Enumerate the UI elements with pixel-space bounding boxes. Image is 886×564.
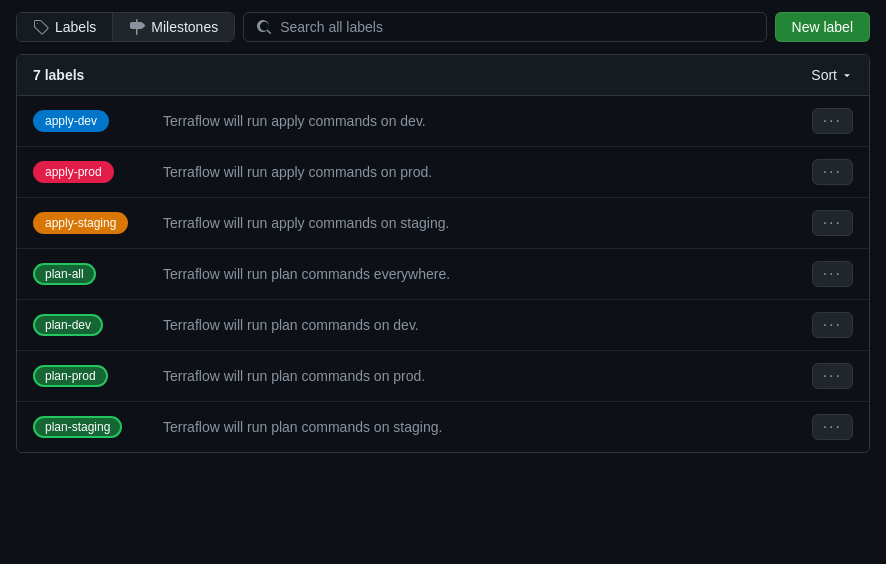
label-badge: apply-prod: [33, 161, 163, 183]
tab-labels-text: Labels: [55, 19, 96, 35]
label-description: Terraflow will run apply commands on sta…: [163, 215, 812, 231]
label-chip: plan-staging: [33, 416, 122, 438]
label-actions: ···: [812, 210, 853, 236]
new-label-button[interactable]: New label: [775, 12, 870, 42]
label-more-button[interactable]: ···: [812, 261, 853, 287]
label-badge: plan-all: [33, 263, 163, 285]
label-description: Terraflow will run plan commands on dev.: [163, 317, 812, 333]
label-more-button[interactable]: ···: [812, 159, 853, 185]
label-row: plan-staging Terraflow will run plan com…: [17, 402, 869, 452]
label-chip: apply-prod: [33, 161, 114, 183]
label-more-button[interactable]: ···: [812, 312, 853, 338]
labels-container: 7 labels Sort apply-dev Terraflow will r…: [16, 54, 870, 453]
label-more-button[interactable]: ···: [812, 210, 853, 236]
label-row: apply-staging Terraflow will run apply c…: [17, 198, 869, 249]
label-actions: ···: [812, 363, 853, 389]
label-badge: apply-staging: [33, 212, 163, 234]
label-chip: apply-staging: [33, 212, 128, 234]
label-more-button[interactable]: ···: [812, 414, 853, 440]
sort-button[interactable]: Sort: [811, 67, 853, 83]
label-actions: ···: [812, 261, 853, 287]
label-chip: apply-dev: [33, 110, 109, 132]
labels-header: 7 labels Sort: [17, 55, 869, 96]
label-row: plan-all Terraflow will run plan command…: [17, 249, 869, 300]
label-description: Terraflow will run plan commands on stag…: [163, 419, 812, 435]
label-actions: ···: [812, 108, 853, 134]
tab-labels[interactable]: Labels: [17, 13, 113, 41]
label-more-button[interactable]: ···: [812, 363, 853, 389]
labels-count: 7 labels: [33, 67, 84, 83]
label-chip: plan-dev: [33, 314, 103, 336]
label-row: plan-dev Terraflow will run plan command…: [17, 300, 869, 351]
label-badge: plan-dev: [33, 314, 163, 336]
search-box: [243, 12, 766, 42]
label-description: Terraflow will run apply commands on dev…: [163, 113, 812, 129]
label-badge: plan-prod: [33, 365, 163, 387]
search-icon: [256, 19, 272, 35]
label-description: Terraflow will run apply commands on pro…: [163, 164, 812, 180]
top-bar: Labels Milestones New label: [0, 0, 886, 54]
label-row: plan-prod Terraflow will run plan comman…: [17, 351, 869, 402]
tab-group: Labels Milestones: [16, 12, 235, 42]
milestone-icon: [129, 19, 145, 35]
label-actions: ···: [812, 414, 853, 440]
tag-icon: [33, 19, 49, 35]
label-row: apply-prod Terraflow will run apply comm…: [17, 147, 869, 198]
chevron-down-icon: [841, 69, 853, 81]
label-chip: plan-all: [33, 263, 96, 285]
label-actions: ···: [812, 312, 853, 338]
label-description: Terraflow will run plan commands everywh…: [163, 266, 812, 282]
label-more-button[interactable]: ···: [812, 108, 853, 134]
label-actions: ···: [812, 159, 853, 185]
labels-list: apply-dev Terraflow will run apply comma…: [17, 96, 869, 452]
label-badge: plan-staging: [33, 416, 163, 438]
search-input[interactable]: [280, 19, 753, 35]
tab-milestones[interactable]: Milestones: [113, 13, 234, 41]
label-description: Terraflow will run plan commands on prod…: [163, 368, 812, 384]
tab-milestones-text: Milestones: [151, 19, 218, 35]
label-row: apply-dev Terraflow will run apply comma…: [17, 96, 869, 147]
label-chip: plan-prod: [33, 365, 108, 387]
label-badge: apply-dev: [33, 110, 163, 132]
